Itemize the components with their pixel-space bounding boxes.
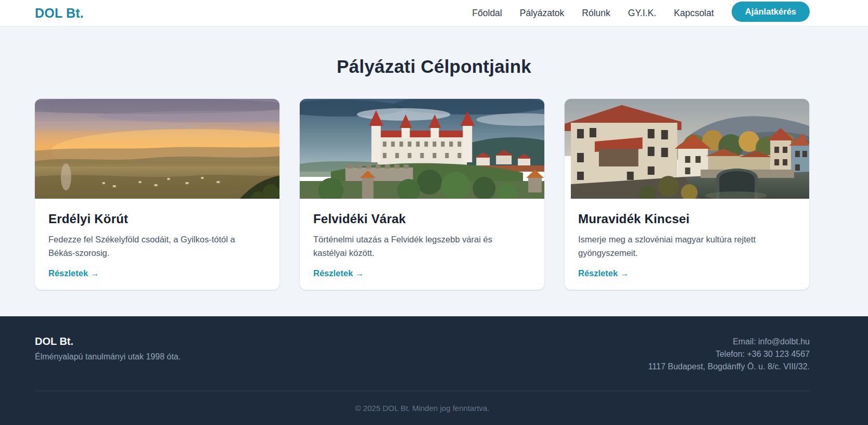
footer-brand-block: DOL Bt. Élményalapú tanulmányi utak 1998… <box>35 336 181 373</box>
details-link-muravidek[interactable]: Részletek → <box>578 268 629 278</box>
details-link-erdelyi[interactable]: Részletek → <box>48 268 99 278</box>
card-title: Felvidéki Várak <box>313 212 531 226</box>
footer-contact: Email: info@dolbt.hu Telefon: +36 30 123… <box>648 336 810 373</box>
footer-address: 1117 Budapest, Bogdánffy Ö. u. 8/c. VIII… <box>648 360 810 373</box>
nav-link-palyazatok[interactable]: Pályázatok <box>520 8 565 19</box>
main-nav: Főoldal Pályázatok Rólunk GY.I.K. Kapcso… <box>472 5 810 22</box>
card-erdelyi-korut: Erdélyi Körút Fedezze fel Székelyföld cs… <box>35 99 279 290</box>
details-link-felvideki[interactable]: Részletek → <box>313 268 364 278</box>
destination-cards: Erdélyi Körút Fedezze fel Székelyföld cs… <box>35 99 810 290</box>
nav-link-kapcsolat[interactable]: Kapcsolat <box>674 8 714 19</box>
card-description: Fedezze fel Székelyföld csodáit, a Gyilk… <box>48 233 257 260</box>
nav-link-rolunk[interactable]: Rólunk <box>582 8 610 19</box>
card-muravidek-kincsei: Muravidék Kincsei Ismerje meg a szlovéni… <box>565 99 809 290</box>
card-description: Történelmi utazás a Felvidék legszebb vá… <box>313 233 521 260</box>
destinations-section: Pályázati Célpontjaink <box>0 27 868 316</box>
logo[interactable]: DOL Bt. <box>35 6 84 21</box>
copyright: © 2025 DOL Bt. Minden jog fenntartva. <box>35 391 810 413</box>
footer-tagline: Élményalapú tanulmányi utak 1998 óta. <box>35 352 181 362</box>
footer-brand: DOL Bt. <box>35 336 181 347</box>
site-header: DOL Bt. Főoldal Pályázatok Rólunk GY.I.K… <box>0 0 868 27</box>
card-description: Ismerje meg a szlovéniai magyar kultúra … <box>578 233 786 260</box>
footer-email: Email: info@dolbt.hu <box>648 336 810 348</box>
castle-image <box>300 99 544 199</box>
riverside-town-image <box>565 99 809 199</box>
nav-link-gyik[interactable]: GY.I.K. <box>628 8 656 19</box>
card-felvideki-varak: Felvidéki Várak Történelmi utazás a Felv… <box>300 99 544 290</box>
site-footer: DOL Bt. Élményalapú tanulmányi utak 1998… <box>0 316 868 425</box>
nav-link-fooldal[interactable]: Főoldal <box>472 8 502 19</box>
card-title: Erdélyi Körút <box>48 212 266 226</box>
quote-request-button[interactable]: Ajánlatkérés <box>732 2 810 22</box>
sunset-hills-image <box>35 99 279 199</box>
card-title: Muravidék Kincsei <box>578 212 796 226</box>
page-title: Pályázati Célpontjaink <box>0 27 868 77</box>
footer-phone: Telefon: +36 30 123 4567 <box>648 348 810 360</box>
